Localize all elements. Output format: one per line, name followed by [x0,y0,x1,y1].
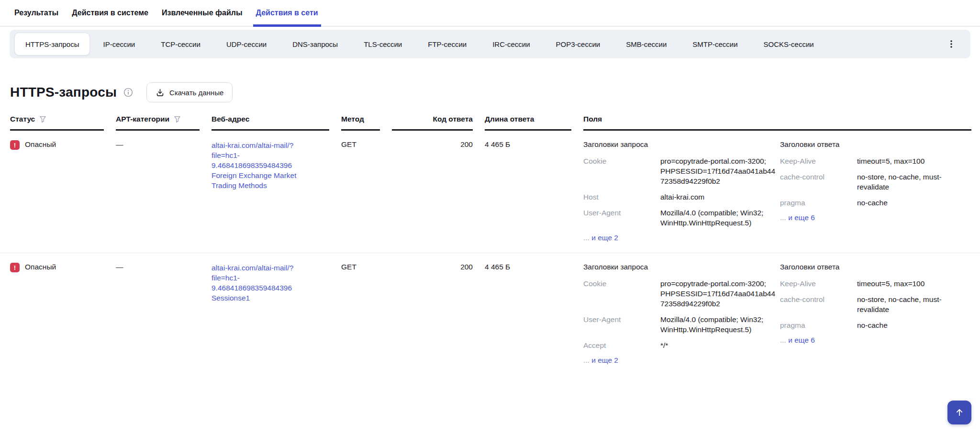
col-response-length: Длина ответа [485,115,571,131]
web-address-cell: altai-krai.com/altai-mail/?file=hc1-9.46… [212,263,329,365]
response-headers-title: Заголовки ответа [780,263,971,271]
header-value: no-cache [857,198,971,208]
response-headers-title: Заголовки ответа [780,140,971,149]
header-name: cache-control [780,294,849,314]
page-title: HTTPS-запросы [10,85,117,100]
fields-cell: Заголовки запроса Cookie pro=copytrade-p… [583,263,971,365]
network-subtab-bar: HTTPS-запросы IP-сессии TCP-сессии UDP-с… [10,30,970,58]
subtab-pop3-sessions[interactable]: POP3-сессии [543,33,613,56]
status-filter-icon[interactable] [39,115,47,123]
table-row: ! Опасный — altai-krai.com/altai-mail/?f… [0,253,980,375]
request-headers-title: Заголовки запроса [583,263,775,271]
col-web-address: Веб-адрес [212,115,329,131]
header-name: Accept [583,340,653,350]
response-length-cell: 4 465 Б [485,140,571,242]
scroll-to-top-button[interactable] [947,401,971,424]
response-length-cell: 4 465 Б [485,263,571,365]
web-address-title-link[interactable]: Sessionse1 [212,293,318,303]
header-value: Mozilla/4.0 (compatible; Win32; WinHttp.… [660,208,775,228]
subtab-ftp-sessions[interactable]: FTP-сессии [415,33,479,56]
web-address-cell: altai-krai.com/altai-mail/?file=hc1-9.46… [212,140,329,242]
status-cell: ! Опасный [10,263,104,365]
request-headers-title: Заголовки запроса [583,140,775,149]
response-headers-block: Заголовки ответа Keep-Alive timeout=5, m… [780,140,971,242]
header-value: pro=copytrade-portal.com-3200; PHPSESSID… [660,279,775,309]
method-cell: GET [341,263,380,365]
header-name: Cookie [583,156,653,186]
status-label: Опасный [25,140,56,149]
subtab-smb-sessions[interactable]: SMB-сессии [613,33,679,56]
top-tab-bar: Результаты Действия в системе Извлеченны… [0,0,980,27]
request-headers-more-link[interactable]: ... и еще 2 [583,356,775,365]
subtab-https-requests[interactable]: HTTPS-запросы [14,33,90,56]
arrow-up-icon [954,407,965,418]
request-headers-more-link[interactable]: ... и еще 2 [583,234,775,242]
col-fields: Поля [583,115,971,131]
web-address-link[interactable]: altai-krai.com/altai-mail/?file=hc1-9.46… [212,140,318,170]
apt-cell: — [116,140,200,242]
header-name: cache-control [780,172,849,192]
more-tabs-kebab-icon[interactable] [944,34,959,54]
header-value: timeout=5, max=100 [857,156,971,166]
web-address-title-link[interactable]: Foreign Exchange Market Trading Methods [212,170,318,190]
response-code-cell: 200 [392,263,473,365]
status-cell: ! Опасный [10,140,104,242]
danger-status-icon: ! [10,263,20,272]
fields-cell: Заголовки запроса Cookie pro=copytrade-p… [583,140,971,242]
subtab-ip-sessions[interactable]: IP-сессии [90,33,148,56]
col-apt-categories: APT-категории [116,115,200,131]
tab-network-actions[interactable]: Действия в сети [256,0,318,26]
subtab-tls-sessions[interactable]: TLS-сессии [351,33,415,56]
header-value: altai-krai.com [660,192,775,202]
header-name: User-Agent [583,208,653,228]
header-name: Keep-Alive [780,279,849,289]
header-value: no-store, no-cache, must-revalidate [857,172,971,192]
web-address-link[interactable]: altai-krai.com/altai-mail/?file=hc1-9.46… [212,263,318,293]
apt-filter-icon[interactable] [173,115,181,123]
col-method: Метод [341,115,380,131]
method-cell: GET [341,140,380,242]
info-icon[interactable] [123,88,133,97]
header-name: pragma [780,320,849,330]
table-row: ! Опасный — altai-krai.com/altai-mail/?f… [0,131,980,253]
tab-extracted-files[interactable]: Извлеченные файлы [162,0,243,26]
header-value: timeout=5, max=100 [857,279,971,289]
header-name: User-Agent [583,314,653,335]
header-value: no-cache [857,320,971,330]
col-status: Статус [10,115,104,131]
tab-system-actions[interactable]: Действия в системе [72,0,148,26]
subtab-smtp-sessions[interactable]: SMTP-сессии [679,33,750,56]
download-button-label: Скачать данные [169,89,223,97]
apt-cell: — [116,263,200,365]
status-label: Опасный [25,263,56,271]
subtab-udp-sessions[interactable]: UDP-сессии [213,33,279,56]
response-headers-more-link[interactable]: ... и еще 6 [780,213,971,222]
header-name: Cookie [583,279,653,309]
subtab-dns-requests[interactable]: DNS-запросы [279,33,351,56]
header-value: pro=copytrade-portal.com-3200; PHPSESSID… [660,156,775,186]
request-headers-block: Заголовки запроса Cookie pro=copytrade-p… [583,263,775,365]
subtab-irc-sessions[interactable]: IRC-сессии [479,33,543,56]
header-name: pragma [780,198,849,208]
subtab-tcp-sessions[interactable]: TCP-сессии [148,33,213,56]
tab-results[interactable]: Результаты [14,0,58,26]
header-value: */* [660,340,775,350]
header-name: Host [583,192,653,202]
header-value: no-store, no-cache, must-revalidate [857,294,971,314]
response-headers-block: Заголовки ответа Keep-Alive timeout=5, m… [780,263,971,365]
subtab-socks-sessions[interactable]: SOCKS-сессии [751,33,827,56]
header-value: Mozilla/4.0 (compatible; Win32; WinHttp.… [660,314,775,335]
response-code-cell: 200 [392,140,473,242]
header-name: Keep-Alive [780,156,849,166]
download-icon [156,88,165,97]
https-table-header: Статус APT-категории Веб-адрес Метод Код… [0,115,980,131]
response-headers-more-link[interactable]: ... и еще 6 [780,336,971,345]
page-heading: HTTPS-запросы Скачать данные [10,82,980,102]
col-response-code: Код ответа [392,115,473,131]
request-headers-block: Заголовки запроса Cookie pro=copytrade-p… [583,140,775,242]
download-data-button[interactable]: Скачать данные [146,82,233,102]
danger-status-icon: ! [10,140,20,150]
